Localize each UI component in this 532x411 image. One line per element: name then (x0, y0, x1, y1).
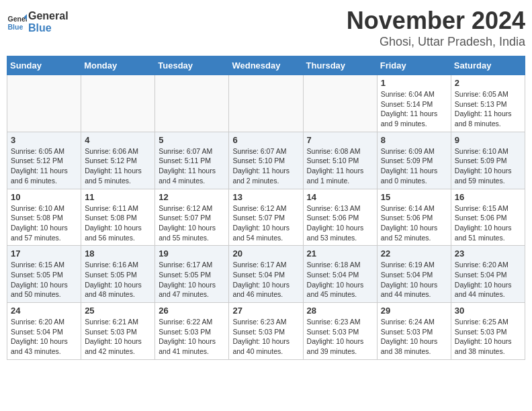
day-info: Sunrise: 6:16 AM Sunset: 5:05 PM Dayligh… (85, 260, 151, 300)
day-info: Sunrise: 6:24 AM Sunset: 5:03 PM Dayligh… (381, 317, 447, 357)
day-info: Sunrise: 6:10 AM Sunset: 5:08 PM Dayligh… (11, 203, 77, 243)
day-number: 10 (11, 192, 77, 202)
logo: General Blue General Blue (7, 10, 69, 34)
calendar-body: 1Sunrise: 6:04 AM Sunset: 5:14 PM Daylig… (7, 75, 525, 360)
day-number: 28 (307, 306, 373, 316)
week-row-1: 1Sunrise: 6:04 AM Sunset: 5:14 PM Daylig… (7, 75, 525, 132)
logo-text-line1: General (28, 10, 69, 22)
day-number: 12 (159, 192, 225, 202)
day-cell: 17Sunrise: 6:15 AM Sunset: 5:05 PM Dayli… (7, 246, 81, 303)
week-row-2: 3Sunrise: 6:05 AM Sunset: 5:12 PM Daylig… (7, 132, 525, 189)
day-cell: 19Sunrise: 6:17 AM Sunset: 5:05 PM Dayli… (155, 246, 229, 303)
day-info: Sunrise: 6:14 AM Sunset: 5:06 PM Dayligh… (381, 203, 447, 243)
day-cell: 23Sunrise: 6:20 AM Sunset: 5:04 PM Dayli… (451, 246, 525, 303)
day-cell: 6Sunrise: 6:07 AM Sunset: 5:10 PM Daylig… (229, 132, 303, 189)
day-info: Sunrise: 6:17 AM Sunset: 5:05 PM Dayligh… (159, 260, 225, 300)
calendar-table: SundayMondayTuesdayWednesdayThursdayFrid… (7, 56, 525, 360)
day-number: 25 (85, 306, 151, 316)
day-info: Sunrise: 6:22 AM Sunset: 5:03 PM Dayligh… (159, 317, 225, 357)
day-number: 6 (232, 135, 299, 145)
day-cell: 24Sunrise: 6:20 AM Sunset: 5:04 PM Dayli… (7, 303, 81, 360)
day-number: 29 (381, 306, 447, 316)
header-cell-friday: Friday (377, 56, 451, 75)
day-number: 30 (455, 306, 521, 316)
day-cell: 16Sunrise: 6:15 AM Sunset: 5:06 PM Dayli… (451, 189, 525, 246)
day-info: Sunrise: 6:23 AM Sunset: 5:03 PM Dayligh… (307, 317, 373, 357)
day-cell: 9Sunrise: 6:10 AM Sunset: 5:09 PM Daylig… (451, 132, 525, 189)
day-number: 24 (11, 306, 77, 316)
day-cell: 28Sunrise: 6:23 AM Sunset: 5:03 PM Dayli… (303, 303, 377, 360)
day-info: Sunrise: 6:07 AM Sunset: 5:11 PM Dayligh… (159, 146, 225, 186)
day-cell: 13Sunrise: 6:12 AM Sunset: 5:07 PM Dayli… (229, 189, 303, 246)
day-number: 19 (159, 248, 225, 259)
header-cell-saturday: Saturday (451, 56, 525, 75)
day-number: 23 (455, 248, 521, 259)
day-number: 15 (381, 192, 447, 202)
title-block: November 2024 Ghosi, Uttar Pradesh, Indi… (347, 7, 525, 49)
day-number: 16 (455, 192, 521, 202)
day-info: Sunrise: 6:10 AM Sunset: 5:09 PM Dayligh… (455, 146, 521, 186)
svg-text:General: General (8, 14, 28, 22)
day-cell: 22Sunrise: 6:19 AM Sunset: 5:04 PM Dayli… (377, 246, 451, 303)
header-cell-monday: Monday (81, 56, 155, 75)
day-number: 22 (381, 248, 447, 259)
week-row-5: 24Sunrise: 6:20 AM Sunset: 5:04 PM Dayli… (7, 303, 525, 360)
day-cell (303, 75, 377, 132)
day-cell: 25Sunrise: 6:21 AM Sunset: 5:03 PM Dayli… (81, 303, 155, 360)
day-cell: 7Sunrise: 6:08 AM Sunset: 5:10 PM Daylig… (303, 132, 377, 189)
day-info: Sunrise: 6:15 AM Sunset: 5:05 PM Dayligh… (11, 260, 77, 300)
calendar-header: SundayMondayTuesdayWednesdayThursdayFrid… (7, 56, 525, 75)
day-info: Sunrise: 6:08 AM Sunset: 5:10 PM Dayligh… (307, 146, 373, 186)
day-cell: 10Sunrise: 6:10 AM Sunset: 5:08 PM Dayli… (7, 189, 81, 246)
logo-text-line2: Blue (28, 22, 69, 34)
day-info: Sunrise: 6:06 AM Sunset: 5:12 PM Dayligh… (85, 146, 151, 186)
day-cell: 20Sunrise: 6:17 AM Sunset: 5:04 PM Dayli… (229, 246, 303, 303)
day-info: Sunrise: 6:04 AM Sunset: 5:14 PM Dayligh… (381, 89, 447, 129)
day-cell: 8Sunrise: 6:09 AM Sunset: 5:09 PM Daylig… (377, 132, 451, 189)
day-number: 2 (455, 78, 521, 88)
day-cell: 1Sunrise: 6:04 AM Sunset: 5:14 PM Daylig… (377, 75, 451, 132)
svg-text:Blue: Blue (8, 22, 24, 30)
day-number: 1 (381, 78, 447, 88)
day-cell: 3Sunrise: 6:05 AM Sunset: 5:12 PM Daylig… (7, 132, 81, 189)
day-cell: 11Sunrise: 6:11 AM Sunset: 5:08 PM Dayli… (81, 189, 155, 246)
day-cell: 14Sunrise: 6:13 AM Sunset: 5:06 PM Dayli… (303, 189, 377, 246)
day-cell: 5Sunrise: 6:07 AM Sunset: 5:11 PM Daylig… (155, 132, 229, 189)
day-number: 7 (307, 135, 373, 145)
day-info: Sunrise: 6:12 AM Sunset: 5:07 PM Dayligh… (232, 203, 299, 243)
day-cell (229, 75, 303, 132)
day-number: 8 (381, 135, 447, 145)
day-cell: 26Sunrise: 6:22 AM Sunset: 5:03 PM Dayli… (155, 303, 229, 360)
day-info: Sunrise: 6:21 AM Sunset: 5:03 PM Dayligh… (85, 317, 151, 357)
header-row: SundayMondayTuesdayWednesdayThursdayFrid… (7, 56, 525, 75)
day-cell: 29Sunrise: 6:24 AM Sunset: 5:03 PM Dayli… (377, 303, 451, 360)
week-row-4: 17Sunrise: 6:15 AM Sunset: 5:05 PM Dayli… (7, 246, 525, 303)
logo-icon: General Blue (7, 12, 27, 32)
month-title: November 2024 (347, 7, 525, 35)
day-number: 20 (232, 248, 299, 259)
day-info: Sunrise: 6:23 AM Sunset: 5:03 PM Dayligh… (232, 317, 299, 357)
day-info: Sunrise: 6:07 AM Sunset: 5:10 PM Dayligh… (232, 146, 299, 186)
day-cell: 15Sunrise: 6:14 AM Sunset: 5:06 PM Dayli… (377, 189, 451, 246)
day-number: 13 (232, 192, 299, 202)
day-cell (81, 75, 155, 132)
day-cell (155, 75, 229, 132)
day-number: 26 (159, 306, 225, 316)
day-number: 17 (11, 248, 77, 259)
day-info: Sunrise: 6:09 AM Sunset: 5:09 PM Dayligh… (381, 146, 447, 186)
header-cell-sunday: Sunday (7, 56, 81, 75)
header-cell-tuesday: Tuesday (155, 56, 229, 75)
day-info: Sunrise: 6:05 AM Sunset: 5:13 PM Dayligh… (455, 89, 521, 129)
week-row-3: 10Sunrise: 6:10 AM Sunset: 5:08 PM Dayli… (7, 189, 525, 246)
day-cell: 30Sunrise: 6:25 AM Sunset: 5:03 PM Dayli… (451, 303, 525, 360)
page-header: General Blue General Blue November 2024 … (7, 7, 525, 49)
location-title: Ghosi, Uttar Pradesh, India (347, 35, 525, 49)
day-number: 3 (11, 135, 77, 145)
day-info: Sunrise: 6:25 AM Sunset: 5:03 PM Dayligh… (455, 317, 521, 357)
day-number: 9 (455, 135, 521, 145)
day-number: 5 (159, 135, 225, 145)
day-number: 27 (232, 306, 299, 316)
day-cell: 4Sunrise: 6:06 AM Sunset: 5:12 PM Daylig… (81, 132, 155, 189)
day-number: 11 (85, 192, 151, 202)
day-info: Sunrise: 6:15 AM Sunset: 5:06 PM Dayligh… (455, 203, 521, 243)
